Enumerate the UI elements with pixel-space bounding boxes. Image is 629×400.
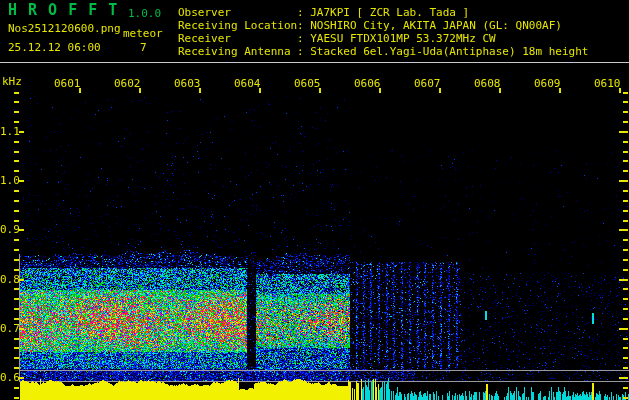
y-major-tick-right bbox=[619, 328, 628, 330]
y-major-dash bbox=[19, 328, 24, 330]
mode-label: meteor bbox=[123, 28, 163, 39]
y-major-tick-right bbox=[619, 229, 628, 231]
time-tick bbox=[619, 88, 621, 93]
time-label: 0606 bbox=[354, 78, 381, 89]
datetime-label: 25.12.12 06:00 bbox=[8, 42, 101, 53]
time-label: 0608 bbox=[474, 78, 501, 89]
y-major-dash bbox=[19, 131, 24, 133]
y-minor-tick-left bbox=[14, 318, 19, 320]
frequency-label: 0.6 bbox=[0, 372, 19, 383]
y-minor-tick-right bbox=[623, 269, 628, 271]
frequency-label: 0.8 bbox=[0, 274, 19, 285]
time-tick bbox=[559, 88, 561, 93]
y-minor-tick-right bbox=[623, 101, 628, 103]
y-minor-tick-left bbox=[14, 387, 19, 389]
y-minor-tick-left bbox=[14, 190, 19, 192]
info-separator: : bbox=[297, 19, 310, 32]
time-tick bbox=[499, 88, 501, 93]
y-minor-tick-right bbox=[623, 367, 628, 369]
info-value: Stacked 6el.Yagi-Uda(Antiphase) 18m heig… bbox=[310, 45, 588, 58]
y-minor-tick-right bbox=[623, 308, 628, 310]
y-minor-tick-right bbox=[623, 338, 628, 340]
time-tick bbox=[199, 88, 201, 93]
y-minor-tick-right bbox=[623, 160, 628, 162]
y-minor-tick-right bbox=[623, 249, 628, 251]
y-minor-tick-left bbox=[14, 347, 19, 349]
y-major-tick-right bbox=[619, 377, 628, 379]
y-minor-tick-left bbox=[14, 170, 19, 172]
time-tick bbox=[259, 88, 261, 93]
info-row: Receiving Antenna: Stacked 6el.Yagi-Uda(… bbox=[178, 46, 588, 57]
info-row: Receiving Location: NOSHIRO City, AKITA … bbox=[178, 20, 562, 31]
y-minor-tick-right bbox=[623, 200, 628, 202]
y-minor-tick-left bbox=[14, 269, 19, 271]
info-label: Receiving Antenna bbox=[178, 46, 297, 57]
frequency-label: 0.9 bbox=[0, 224, 19, 235]
y-minor-tick-left bbox=[14, 308, 19, 310]
output-filename: Nos2512120600.png bbox=[8, 23, 121, 34]
echo-count: 7 bbox=[140, 42, 147, 53]
y-minor-tick-right bbox=[623, 170, 628, 172]
y-minor-tick-right bbox=[623, 298, 628, 300]
y-minor-tick-left bbox=[14, 397, 19, 399]
y-minor-tick-right bbox=[623, 318, 628, 320]
y-minor-tick-right bbox=[623, 347, 628, 349]
y-minor-tick-right bbox=[623, 387, 628, 389]
frequency-label: 0.7 bbox=[0, 323, 19, 334]
frequency-label: 1.1 bbox=[0, 126, 19, 137]
y-minor-tick-left bbox=[14, 151, 19, 153]
y-minor-tick-left bbox=[14, 200, 19, 202]
y-minor-tick-right bbox=[623, 151, 628, 153]
y-major-tick-right bbox=[619, 180, 628, 182]
info-label: Receiving Location bbox=[178, 20, 297, 31]
y-minor-tick-left bbox=[14, 141, 19, 143]
y-minor-tick-right bbox=[623, 190, 628, 192]
y-major-dash bbox=[19, 180, 24, 182]
khz-axis-unit-label: kHz bbox=[2, 76, 22, 87]
y-minor-tick-left bbox=[14, 249, 19, 251]
time-tick bbox=[319, 88, 321, 93]
y-minor-tick-right bbox=[623, 220, 628, 222]
y-minor-tick-left bbox=[14, 259, 19, 261]
time-tick bbox=[439, 88, 441, 93]
time-tick bbox=[79, 88, 81, 93]
y-minor-tick-left bbox=[14, 298, 19, 300]
time-label: 0610 bbox=[594, 78, 621, 89]
time-tick bbox=[379, 88, 381, 93]
info-value: JA7KPI [ ZCR Lab. Tada ] bbox=[310, 6, 469, 19]
time-label: 0605 bbox=[294, 78, 321, 89]
info-row: Receiver: YAESU FTDX101MP 53.372MHz CW bbox=[178, 33, 496, 44]
app-title: H R O F F T bbox=[8, 3, 118, 18]
info-value: NOSHIRO City, AKITA JAPAN (GL: QN00AF) bbox=[310, 19, 562, 32]
time-tick bbox=[139, 88, 141, 93]
time-label: 0602 bbox=[114, 78, 141, 89]
y-minor-tick-left bbox=[14, 288, 19, 290]
y-minor-tick-right bbox=[623, 357, 628, 359]
y-minor-tick-right bbox=[623, 121, 628, 123]
time-label: 0609 bbox=[534, 78, 561, 89]
time-label: 0603 bbox=[174, 78, 201, 89]
y-major-dash bbox=[19, 377, 24, 379]
y-minor-tick-left bbox=[14, 111, 19, 113]
info-row: Observer: JA7KPI [ ZCR Lab. Tada ] bbox=[178, 7, 469, 18]
info-label: Observer bbox=[178, 7, 297, 18]
y-major-tick-right bbox=[619, 279, 628, 281]
y-minor-tick-right bbox=[623, 92, 628, 94]
y-minor-tick-right bbox=[623, 210, 628, 212]
y-minor-tick-left bbox=[14, 367, 19, 369]
y-minor-tick-right bbox=[623, 141, 628, 143]
time-label: 0607 bbox=[414, 78, 441, 89]
y-minor-tick-right bbox=[623, 397, 628, 399]
y-major-dash bbox=[19, 229, 24, 231]
y-minor-tick-left bbox=[14, 357, 19, 359]
y-minor-tick-left bbox=[14, 160, 19, 162]
hrofft-window: H R O F F T 1.0.0 Nos2512120600.png mete… bbox=[0, 0, 629, 400]
frequency-label: 1.0 bbox=[0, 175, 19, 186]
y-major-dash bbox=[19, 279, 24, 281]
y-minor-tick-left bbox=[14, 92, 19, 94]
y-minor-tick-right bbox=[623, 111, 628, 113]
info-value: YAESU FTDX101MP 53.372MHz CW bbox=[310, 32, 495, 45]
info-separator: : bbox=[297, 32, 310, 45]
y-minor-tick-left bbox=[14, 210, 19, 212]
y-minor-tick-left bbox=[14, 239, 19, 241]
